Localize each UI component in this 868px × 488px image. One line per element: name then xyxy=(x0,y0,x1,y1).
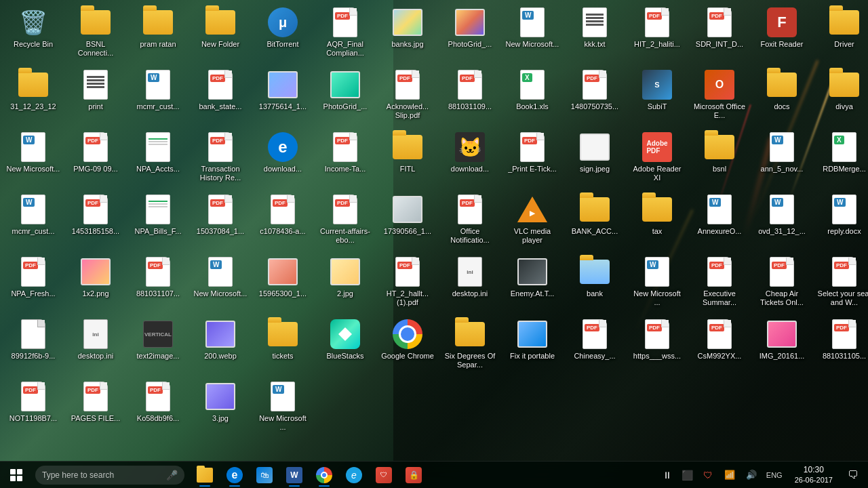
icon-npa-fresh[interactable]: NPA_Fresh... xyxy=(3,253,63,314)
tray-network[interactable]: 📶 xyxy=(719,462,741,489)
start-button[interactable] xyxy=(0,462,33,489)
taskbar-edge[interactable]: e xyxy=(220,462,250,489)
icon-text2image[interactable]: VERTICAL text2image... xyxy=(128,315,188,376)
icon-subit[interactable]: S SubiT xyxy=(627,66,687,127)
icon-2jpg[interactable]: 2.jpg xyxy=(315,253,375,314)
icon-881031109[interactable]: 881031109... xyxy=(440,66,500,127)
icon-enemy-at[interactable]: Enemy.At.T... xyxy=(502,253,562,314)
system-clock[interactable]: 10:30 26-06-2017 xyxy=(787,462,841,489)
icon-bank[interactable]: bank xyxy=(565,253,625,314)
icon-annexure[interactable]: AnnexureO... xyxy=(690,190,749,251)
icon-1x2png[interactable]: 1x2.png xyxy=(66,253,125,314)
icon-reply-docx[interactable]: reply.docx xyxy=(814,190,868,251)
icon-89912f6b[interactable]: 89912f6b-9... xyxy=(3,315,63,376)
icon-sign-jpeg[interactable]: sign.jpeg xyxy=(565,128,625,189)
taskbar-word[interactable]: W xyxy=(279,462,309,489)
taskbar-search[interactable]: Type here to search 🎤 xyxy=(35,466,184,485)
icon-photogrid[interactable]: PhotoGrid_... xyxy=(440,3,500,64)
icon-csm992yx[interactable]: CsM992YX... xyxy=(690,315,749,376)
icon-acknowledge[interactable]: Acknowled... Slip.pdf xyxy=(378,66,437,127)
icon-ovd31[interactable]: ovd_31_12_... xyxy=(752,190,812,251)
icon-msoffice-e[interactable]: O Microsoft Office E... xyxy=(690,66,749,127)
music-pause-button[interactable]: ⏸ xyxy=(658,466,677,485)
icon-npa-bills[interactable]: NPA_Bills_F... xyxy=(128,190,188,251)
icon-new-ms3[interactable]: New Microsoft... xyxy=(191,253,250,314)
icon-new-folder[interactable]: New Folder xyxy=(191,3,250,64)
icon-google-chrome[interactable]: Google Chrome xyxy=(378,315,437,376)
music-stop-button[interactable]: ⬛ xyxy=(678,466,697,485)
icon-print-e-tick[interactable]: _Print E-Tick... xyxy=(502,128,562,189)
icon-bsnl-connecti[interactable]: BSNL Connecti... xyxy=(66,3,125,64)
icon-transaction-history[interactable]: Transaction History Re... xyxy=(191,128,250,189)
taskbar-file-explorer[interactable] xyxy=(190,462,220,489)
icon-15965300[interactable]: 15965300_1... xyxy=(253,253,313,314)
icon-1453185158[interactable]: 1453185158... xyxy=(66,190,125,251)
icon-foxit-reader[interactable]: Foxit Reader xyxy=(752,3,812,64)
icon-15037084[interactable]: 15037084_1... xyxy=(191,190,250,251)
icon-current-affairs[interactable]: Current-affairs-ebo... xyxy=(315,190,375,251)
icon-https-wss[interactable]: https___wss... xyxy=(627,315,687,376)
icon-new-ms2[interactable]: New Microsoft... xyxy=(3,128,63,189)
icon-tickets[interactable]: tickets xyxy=(253,315,313,376)
icon-pages-file[interactable]: PAGES FILE... xyxy=(66,378,125,439)
icon-17390566[interactable]: 17390566_1... xyxy=(378,190,437,251)
icon-ko58db9f6[interactable]: Ko58db9f6... xyxy=(128,378,188,439)
icon-881031105[interactable]: 881031105... xyxy=(814,315,868,376)
tray-antivirus[interactable]: 🛡 xyxy=(697,462,719,489)
icon-print[interactable]: print xyxy=(66,66,125,127)
icon-kkk-txt[interactable]: kkk.txt xyxy=(565,3,625,64)
icon-bittorrent[interactable]: μ BitTorrent xyxy=(253,3,313,64)
icon-881031107[interactable]: 881031107... xyxy=(128,253,188,314)
icon-bluestacks[interactable]: BlueStacks xyxy=(315,315,375,376)
icon-adobe-reader[interactable]: AdobePDF Adobe Reader XI xyxy=(627,128,687,189)
taskbar-chrome[interactable] xyxy=(309,462,339,489)
icon-bank-acc[interactable]: BANK_ACC... xyxy=(565,190,625,251)
icon-photogrid2[interactable]: PhotoGrid_... xyxy=(315,66,375,127)
icon-desktop-ini2[interactable]: ini desktop.ini xyxy=(66,315,125,376)
taskbar-antivirus[interactable]: 🔒 xyxy=(399,462,429,489)
microphone-icon[interactable]: 🎤 xyxy=(166,470,178,481)
icon-mcmr-cust1[interactable]: mcmr_cust... xyxy=(128,66,188,127)
icon-office-notif[interactable]: Office Notificatio... xyxy=(440,190,500,251)
taskbar-store[interactable]: 🛍 xyxy=(250,462,279,489)
icon-desktop-ini1[interactable]: ini desktop.ini xyxy=(440,253,500,314)
icon-200webp[interactable]: 200.webp xyxy=(191,315,250,376)
icon-new-ms1[interactable]: New Microsoft... xyxy=(502,3,562,64)
icon-select-seat[interactable]: Select your seat and W... xyxy=(814,253,868,314)
icon-executive[interactable]: Executive Summar... xyxy=(690,253,749,314)
icon-mcmr-cust2[interactable]: mcmr_cust... xyxy=(3,190,63,251)
icon-rdbmerge[interactable]: RDBMerge... xyxy=(814,128,868,189)
icon-c1078436[interactable]: c1078436-a... xyxy=(253,190,313,251)
icon-1480750735[interactable]: 1480750735... xyxy=(565,66,625,127)
icon-img-20161[interactable]: IMG_20161... xyxy=(752,315,812,376)
icon-3jpg[interactable]: 3.jpg xyxy=(191,378,250,439)
icon-new-ms4[interactable]: New Microsoft ... xyxy=(627,253,687,314)
icon-vlc[interactable]: ▶ VLC media player xyxy=(502,190,562,251)
icon-cheap-air[interactable]: Cheap Air Tickets Onl... xyxy=(752,253,812,314)
icon-driver[interactable]: Driver xyxy=(814,3,868,64)
icon-docs[interactable]: docs xyxy=(752,66,812,127)
icon-ht2-hallt[interactable]: HT_2_hallt... (1).pdf xyxy=(378,253,437,314)
icon-download1[interactable]: e download... xyxy=(253,128,313,189)
icon-new-ms5[interactable]: New Microsoft ... xyxy=(253,378,313,439)
icon-book1-xls[interactable]: Book1.xls xyxy=(502,66,562,127)
icon-ann5nov[interactable]: ann_5_nov... xyxy=(752,128,812,189)
icon-fix-portable[interactable]: Fix it portable xyxy=(502,315,562,376)
icon-sdr-int[interactable]: SDR_INT_D... xyxy=(690,3,749,64)
icon-pmg-09[interactable]: PMG-09 09... xyxy=(66,128,125,189)
icon-fitl[interactable]: FITL xyxy=(378,128,437,189)
icon-chineasy[interactable]: Chineasy_... xyxy=(565,315,625,376)
taskbar-app1[interactable]: 🛡 xyxy=(369,462,399,489)
icon-bank-state[interactable]: bank_state... xyxy=(191,66,250,127)
icon-tax[interactable]: tax xyxy=(627,190,687,251)
icon-recycle-bin[interactable]: 🗑️ Recycle Bin xyxy=(3,3,63,64)
icon-divya[interactable]: divya xyxy=(814,66,868,127)
taskbar-ie[interactable]: e xyxy=(339,462,369,489)
icon-banks-jpg[interactable]: banks.jpg xyxy=(378,3,437,64)
icon-pram-ratan[interactable]: pram ratan xyxy=(128,3,188,64)
tray-volume[interactable]: 🔊 xyxy=(741,462,762,489)
icon-income-tax[interactable]: Income-Ta... xyxy=(315,128,375,189)
icon-aqr-final[interactable]: AQR_Final Complian... xyxy=(315,3,375,64)
tray-keyboard[interactable]: ENG xyxy=(762,462,787,489)
icon-six-degrees[interactable]: Six Degrees Of Separ... xyxy=(440,315,500,376)
